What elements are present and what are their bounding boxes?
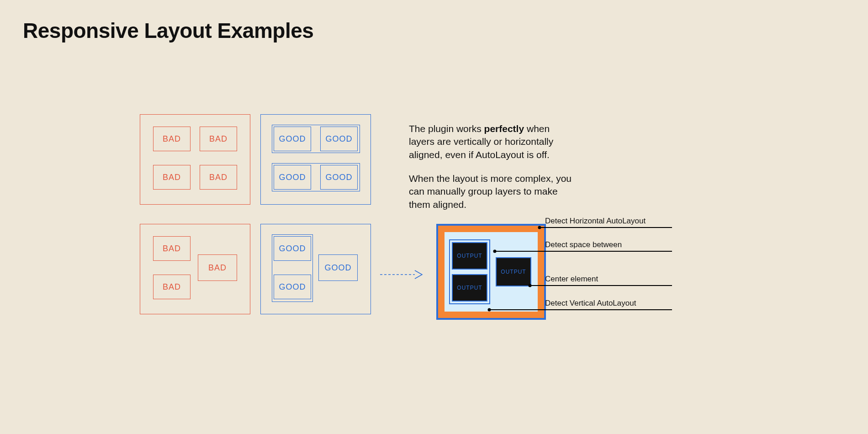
bad-panel-grid: BAD BAD BAD BAD bbox=[140, 114, 250, 205]
annotation-label: Detect Horizontal AutoLayout bbox=[545, 217, 646, 226]
good-cell: GOOD bbox=[318, 254, 358, 281]
good-cell: GOOD bbox=[320, 165, 358, 190]
annotation-line bbox=[530, 285, 672, 286]
output-outer-frame: OUTPUT OUTPUT OUTPUT bbox=[436, 224, 546, 320]
good-panel-complex: GOOD GOOD GOOD bbox=[260, 224, 371, 314]
annotation-label: Center element bbox=[545, 275, 598, 284]
bad-cell: BAD bbox=[200, 127, 237, 151]
output-inner-frame: OUTPUT OUTPUT OUTPUT bbox=[445, 232, 538, 312]
annotation-label: Detect Vertical AutoLayout bbox=[545, 299, 636, 308]
page-title: Responsive Layout Examples bbox=[23, 18, 313, 43]
good-panel-grid: GOOD GOOD GOOD GOOD bbox=[260, 114, 371, 205]
desc-text: The plugin works bbox=[409, 123, 484, 134]
description-text: The plugin works perfectly when layers a… bbox=[409, 122, 573, 222]
output-cell: OUTPUT bbox=[452, 274, 487, 302]
bad-cell: BAD bbox=[153, 165, 191, 190]
output-diagram: OUTPUT OUTPUT OUTPUT bbox=[436, 224, 546, 320]
output-cell: OUTPUT bbox=[496, 257, 531, 286]
arrow-icon bbox=[379, 268, 425, 281]
bad-cell: BAD bbox=[153, 236, 191, 261]
desc-text: When the layout is more complex, you can… bbox=[409, 172, 573, 211]
bad-cell: BAD bbox=[153, 127, 191, 151]
good-cell: GOOD bbox=[274, 165, 311, 190]
bad-panel-complex: BAD BAD BAD bbox=[140, 224, 250, 314]
output-center-element: OUTPUT bbox=[496, 257, 531, 286]
desc-bold: perfectly bbox=[484, 123, 524, 134]
annotation-line bbox=[489, 309, 672, 310]
good-cell: GOOD bbox=[274, 236, 311, 261]
output-vertical-group: OUTPUT OUTPUT bbox=[449, 239, 490, 304]
output-cell: OUTPUT bbox=[452, 242, 487, 270]
annotation-line bbox=[540, 227, 672, 228]
annotation-label: Detect space between bbox=[545, 240, 622, 249]
good-cell: GOOD bbox=[274, 275, 311, 299]
good-cell: GOOD bbox=[320, 127, 358, 151]
bad-cell: BAD bbox=[153, 275, 191, 299]
good-cell: GOOD bbox=[274, 127, 311, 151]
bad-cell: BAD bbox=[200, 165, 237, 190]
annotation-line bbox=[495, 251, 672, 252]
bad-cell: BAD bbox=[198, 254, 237, 281]
